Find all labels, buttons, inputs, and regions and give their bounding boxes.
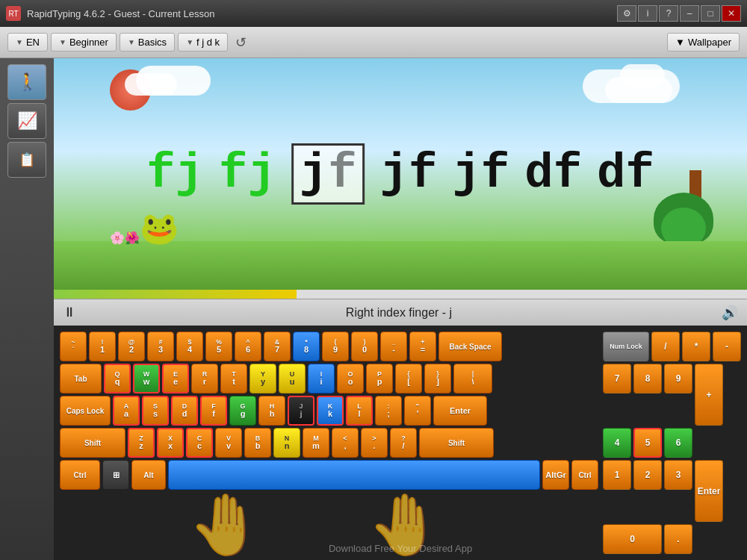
key-q[interactable]: Qq <box>104 364 131 393</box>
key-backspace[interactable]: Back Space <box>438 332 502 361</box>
key-rbracket[interactable]: }] <box>424 364 451 393</box>
key-h[interactable]: Hh <box>258 396 285 426</box>
key-num-4[interactable]: 4 <box>603 428 631 458</box>
key-enter[interactable]: Enter <box>433 396 487 426</box>
key-num-slash[interactable]: / <box>651 332 680 361</box>
key-y[interactable]: Yy <box>249 364 276 393</box>
key-capslock[interactable]: Caps Lock <box>60 396 111 426</box>
key-f[interactable]: Ff <box>200 396 227 426</box>
key-p[interactable]: Pp <box>366 364 393 393</box>
key-7[interactable]: &7 <box>264 332 291 361</box>
key-equals[interactable]: += <box>409 332 436 361</box>
key-o[interactable]: Oo <box>337 364 364 393</box>
key-numlock[interactable]: Num Lock <box>603 332 649 361</box>
sidebar-item-stats[interactable]: 📈 <box>7 103 46 139</box>
key-c[interactable]: Cc <box>186 428 213 458</box>
frog-character: 🐸 <box>140 210 179 246</box>
key-num-8[interactable]: 8 <box>633 364 662 393</box>
key-shift-left[interactable]: Shift <box>60 428 125 458</box>
key-num-star[interactable]: * <box>682 332 710 361</box>
key-b[interactable]: Bb <box>244 428 271 458</box>
key-num-6[interactable]: 6 <box>664 428 692 458</box>
text-item-7: df <box>597 147 654 201</box>
minimize-button[interactable]: – <box>680 5 699 22</box>
key-minus[interactable]: _- <box>380 332 407 361</box>
key-2[interactable]: @2 <box>118 332 145 361</box>
refresh-button[interactable]: ↺ <box>235 34 247 51</box>
key-w[interactable]: Ww <box>133 364 160 393</box>
pause-button[interactable]: ⏸ <box>63 305 76 320</box>
key-num-dot[interactable]: . <box>664 524 692 554</box>
key-6[interactable]: ^6 <box>235 332 261 361</box>
key-num-2[interactable]: 2 <box>633 460 662 490</box>
keys-selector[interactable]: ▼ f j d k <box>178 33 228 52</box>
key-e[interactable]: Ee <box>162 364 189 393</box>
key-lbracket[interactable]: {[ <box>395 364 422 393</box>
key-r[interactable]: Rr <box>191 364 218 393</box>
key-8[interactable]: *8 <box>293 332 320 361</box>
key-l[interactable]: Ll <box>346 396 373 426</box>
tree-decoration <box>678 170 713 249</box>
key-num-5[interactable]: 5 <box>633 428 662 458</box>
key-comma[interactable]: <, <box>332 428 359 458</box>
sound-button[interactable]: 🔊 <box>722 305 738 321</box>
key-backslash[interactable]: |\ <box>453 364 492 393</box>
key-num-minus[interactable]: - <box>713 332 741 361</box>
keyboard-wrapper: ~` !1 @2 #3 $4 %5 ^6 &7 *8 (9 )0 _- += B… <box>60 332 741 554</box>
key-1[interactable]: !1 <box>89 332 116 361</box>
key-alt-right[interactable]: AltGr <box>542 460 569 490</box>
key-3[interactable]: #3 <box>147 332 174 361</box>
key-alt-left[interactable]: Alt <box>131 460 166 490</box>
key-tilde[interactable]: ~` <box>60 332 87 361</box>
key-win-left[interactable]: ⊞ <box>102 460 129 490</box>
level-selector[interactable]: ▼ Beginner <box>51 33 117 52</box>
key-num-0[interactable]: 0 <box>603 524 662 554</box>
key-num-9[interactable]: 9 <box>664 364 692 393</box>
key-j[interactable]: Jj <box>288 396 314 426</box>
key-shift-right[interactable]: Shift <box>419 428 494 458</box>
key-9[interactable]: (9 <box>322 332 349 361</box>
key-g[interactable]: Gg <box>229 396 256 426</box>
keyboard-area: ~` !1 @2 #3 $4 %5 ^6 &7 *8 (9 )0 _- += B… <box>54 326 747 560</box>
key-s[interactable]: Ss <box>142 396 169 426</box>
key-ctrl-left[interactable]: Ctrl <box>60 460 100 490</box>
language-selector[interactable]: ▼ EN <box>7 33 48 52</box>
key-period[interactable]: >. <box>361 428 388 458</box>
sidebar-item-lesson[interactable]: 🚶 <box>7 64 46 100</box>
key-u[interactable]: Uu <box>279 364 306 393</box>
sidebar-item-lessons[interactable]: 📋 <box>7 142 46 178</box>
key-num-plus[interactable]: + <box>695 364 723 426</box>
maximize-button[interactable]: □ <box>701 5 720 22</box>
key-space[interactable] <box>168 460 540 490</box>
key-tab[interactable]: Tab <box>60 364 102 393</box>
key-a[interactable]: Aa <box>113 396 140 426</box>
close-button[interactable]: ✕ <box>722 5 741 22</box>
key-z[interactable]: Zz <box>128 428 155 458</box>
help-icon[interactable]: ? <box>659 5 678 22</box>
key-num-enter[interactable]: Enter <box>695 460 723 522</box>
key-num-3[interactable]: 3 <box>664 460 692 490</box>
key-ctrl-right[interactable]: Ctrl <box>571 460 598 490</box>
key-5[interactable]: %5 <box>205 332 232 361</box>
key-row-2: Tab Qq Ww Ee Rr Tt Yy Uu Ii Oo Pp {[ }] … <box>60 364 598 393</box>
key-semicolon[interactable]: :; <box>375 396 402 426</box>
key-4[interactable]: $4 <box>176 332 203 361</box>
wallpaper-button[interactable]: ▼ Wallpaper <box>667 33 740 52</box>
key-m[interactable]: Mm <box>303 428 329 458</box>
key-v[interactable]: Vv <box>215 428 242 458</box>
key-num-7[interactable]: 7 <box>603 364 631 393</box>
key-k[interactable]: Kk <box>317 396 344 426</box>
key-x[interactable]: Xx <box>157 428 184 458</box>
lesson-type-selector[interactable]: ▼ Basics <box>120 33 175 52</box>
key-d[interactable]: Dd <box>171 396 198 426</box>
text-item-6: df <box>524 147 582 201</box>
key-i[interactable]: Ii <box>308 364 335 393</box>
settings-icon[interactable]: ⚙ <box>617 5 636 22</box>
key-num-1[interactable]: 1 <box>603 460 631 490</box>
key-slash[interactable]: ?/ <box>390 428 417 458</box>
key-n[interactable]: Nn <box>273 428 300 458</box>
key-quote[interactable]: "' <box>404 396 431 426</box>
key-t[interactable]: Tt <box>220 364 247 393</box>
key-0[interactable]: )0 <box>351 332 378 361</box>
info-icon[interactable]: i <box>638 5 657 22</box>
